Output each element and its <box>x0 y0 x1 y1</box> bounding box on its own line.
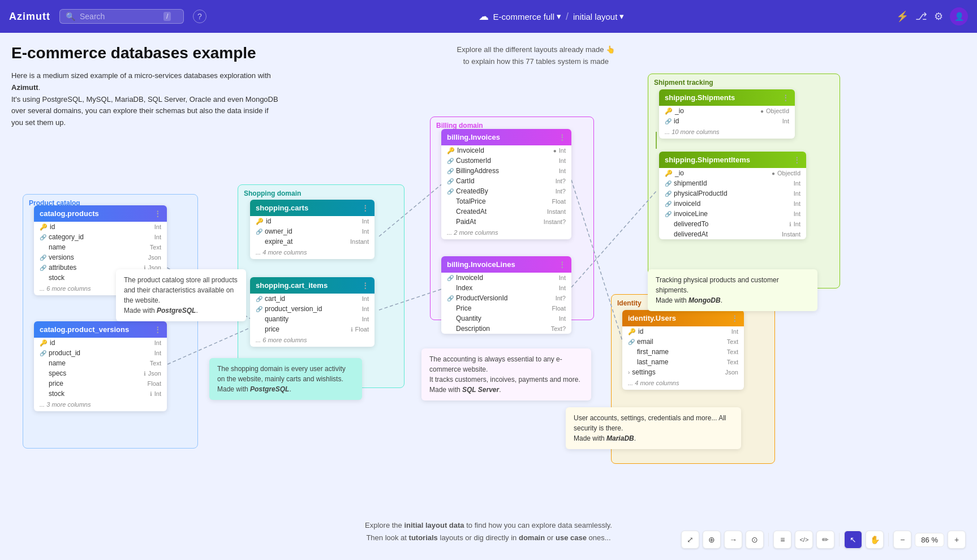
billing-tooltip: The accounting is always essential to an… <box>421 348 591 400</box>
link-icon: 🔗 <box>665 191 672 197</box>
table-row: 🔗 CreatedBy Int? <box>441 186 571 196</box>
catalog-product-versions-menu[interactable]: ⋮ <box>154 325 161 334</box>
table-row: specs ℹ Json <box>34 368 167 378</box>
zoom-reset-button[interactable]: → <box>724 531 742 549</box>
list-view-button[interactable]: ≡ <box>773 531 791 549</box>
billing-tooltip-text: The accounting is always essential to an… <box>429 355 580 394</box>
project-selector[interactable]: E-commerce full ▾ <box>493 11 561 21</box>
link-icon: 🔗 <box>447 168 454 174</box>
billing-invoice-lines-menu[interactable]: ⋮ <box>558 260 566 269</box>
toolbar-separator-3 <box>888 533 889 546</box>
shipping-shipments-menu[interactable]: ⋮ <box>782 93 789 102</box>
key-icon: 🔑 <box>665 170 673 177</box>
zoom-out-button[interactable]: − <box>893 531 911 549</box>
table-row: 🔑 id Int <box>250 216 375 226</box>
table-row: 🔗 cart_id Int <box>250 294 375 304</box>
table-row: 🔗 product_id Int <box>34 348 167 358</box>
more-columns: ... 3 more columns <box>34 399 167 411</box>
bottom-line2: Then look at tutorials layouts or dig di… <box>365 532 612 544</box>
table-row: last_name Text <box>622 357 744 367</box>
table-row: Quantity Int <box>441 313 571 324</box>
cursor-button[interactable]: ↖ <box>844 531 862 549</box>
help-button[interactable]: ? <box>193 10 206 23</box>
link-icon: 🔗 <box>447 158 454 164</box>
slash-key: / <box>163 12 171 21</box>
link-icon: 🔗 <box>256 296 262 302</box>
shipment-tooltip-text: Tracking physical products and customer … <box>656 276 779 304</box>
search-bar[interactable]: 🔍 / <box>59 9 184 24</box>
search-input[interactable] <box>80 12 159 21</box>
header-actions: ⚡ ⎇ ⚙ 👤 <box>896 7 968 25</box>
bottom-line2-link1[interactable]: tutorials <box>409 533 438 542</box>
cloud-icon: ☁ <box>479 10 489 23</box>
table-row: 🔗 ProductVersionId Int? <box>441 293 571 303</box>
table-row: 🔗 InvoiceId Int <box>441 273 571 283</box>
project-chevron: ▾ <box>557 11 561 21</box>
shipment-domain-label: Shipment tracking <box>648 74 840 87</box>
identity-users-menu[interactable]: ⋮ <box>731 314 738 322</box>
table-row: Price Float <box>441 303 571 313</box>
more-columns: ... 2 more columns <box>441 227 571 239</box>
center-info: Explore all the different layouts alread… <box>457 44 616 68</box>
shipping-shipment-items-title: shipping.ShipmentItems <box>665 156 750 164</box>
billing-invoice-lines-title: billing.InvoiceLines <box>447 260 515 269</box>
bottom-line2-post: ones... <box>589 533 611 542</box>
bottom-line1: Explore the initial layout data to find … <box>365 519 612 532</box>
zoom-plus-button[interactable]: + <box>948 531 966 549</box>
bottom-line1-post: to find how you can explore data seamles… <box>466 521 612 529</box>
bottom-line1-pre: Explore the <box>365 521 404 529</box>
avatar[interactable]: 👤 <box>950 7 968 25</box>
desc-azimutt: Azimutt <box>11 83 38 92</box>
shopping-carts-menu[interactable]: ⋮ <box>361 204 369 212</box>
link-icon: 🔗 <box>665 180 672 187</box>
table-row: 🔗 product_version_id Int <box>250 304 375 314</box>
code-view-button[interactable]: </> <box>795 531 813 549</box>
flash-icon[interactable]: ⚡ <box>896 10 909 23</box>
project-name-text: E-commerce full <box>493 12 554 21</box>
table-row: 🔗 email Text <box>622 337 744 347</box>
key-icon: 🔑 <box>665 107 673 115</box>
link-icon: 🔗 <box>447 178 454 184</box>
settings-icon[interactable]: ⚙ <box>934 10 943 23</box>
toolbar-separator <box>768 533 769 546</box>
tooltip-text: The product catalog store all products a… <box>124 276 238 315</box>
zoom-in-button[interactable]: ⊕ <box>703 531 721 549</box>
shipping-shipment-items-menu[interactable]: ⋮ <box>793 156 800 164</box>
layout-name-text: initial layout <box>573 12 617 21</box>
header-center: ☁ E-commerce full ▾ / initial layout ▾ <box>216 10 887 23</box>
layout-chevron: ▾ <box>619 11 624 21</box>
table-row: 🔗 invoiceLine Int <box>659 209 806 219</box>
info-icon: ℹ <box>144 371 146 377</box>
layout-selector[interactable]: initial layout ▾ <box>573 11 624 21</box>
left-panel: E-commerce databases example Here is a m… <box>11 44 283 129</box>
more-columns: ... 10 more columns <box>659 126 795 139</box>
billing-invoices-menu[interactable]: ⋮ <box>558 133 566 141</box>
header: Azimutt 🔍 / ? ☁ E-commerce full ▾ / init… <box>0 0 977 33</box>
table-row: 🔑 _io ● ObjectId <box>659 168 806 178</box>
bottom-line1-link1[interactable]: initial layout data <box>404 521 464 529</box>
shopping-domain-label: Shopping domain <box>238 185 404 197</box>
share-icon[interactable]: ⎇ <box>915 10 927 23</box>
hand-button[interactable]: ✋ <box>866 531 884 549</box>
table-row: 🔗 CustomerId Int <box>441 156 571 166</box>
info-icon: ℹ <box>789 221 791 227</box>
key-icon: 🔑 <box>40 339 48 347</box>
table-row: quantity Int <box>250 314 375 324</box>
fit-view-button[interactable]: ⤢ <box>681 531 699 549</box>
table-row: 🔑 _io ● ObjectId <box>659 106 795 116</box>
table-row: 🔑 id Int <box>34 222 167 232</box>
bottom-line2-mid2: or <box>547 533 556 542</box>
bottom-line2-link2[interactable]: domain <box>519 533 545 542</box>
edit-button[interactable]: ✏ <box>816 531 834 549</box>
shopping-cart-items-menu[interactable]: ⋮ <box>361 281 369 290</box>
layout-button[interactable]: ⊙ <box>746 531 764 549</box>
billing-invoice-lines-header: billing.InvoiceLines ⋮ <box>441 256 571 273</box>
page-title: E-commerce databases example <box>11 44 283 62</box>
billing-invoice-lines-card: billing.InvoiceLines ⋮ 🔗 InvoiceId Int I… <box>441 256 571 334</box>
catalog-products-menu[interactable]: ⋮ <box>154 209 161 218</box>
pk-badge: ● <box>760 108 764 114</box>
main-canvas: E-commerce databases example Here is a m… <box>0 33 977 560</box>
bottom-line2-link3[interactable]: use case <box>556 533 587 542</box>
shipping-shipments-card: shipping.Shipments ⋮ 🔑 _io ● ObjectId 🔗 … <box>659 89 795 139</box>
catalog-products-title: catalog.products <box>40 209 99 218</box>
